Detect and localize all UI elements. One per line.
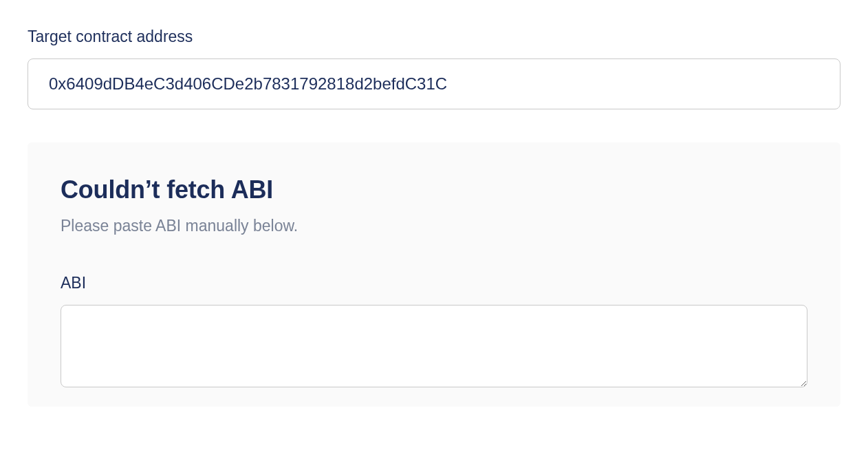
abi-panel: Couldn’t fetch ABI Please paste ABI manu…	[28, 142, 840, 407]
contract-address-section: Target contract address	[28, 28, 840, 109]
contract-address-label: Target contract address	[28, 28, 840, 46]
abi-panel-subtext: Please paste ABI manually below.	[61, 217, 807, 235]
abi-panel-heading: Couldn’t fetch ABI	[61, 175, 807, 204]
contract-address-input[interactable]	[28, 58, 840, 109]
abi-label: ABI	[61, 274, 807, 292]
abi-textarea[interactable]	[61, 305, 807, 387]
